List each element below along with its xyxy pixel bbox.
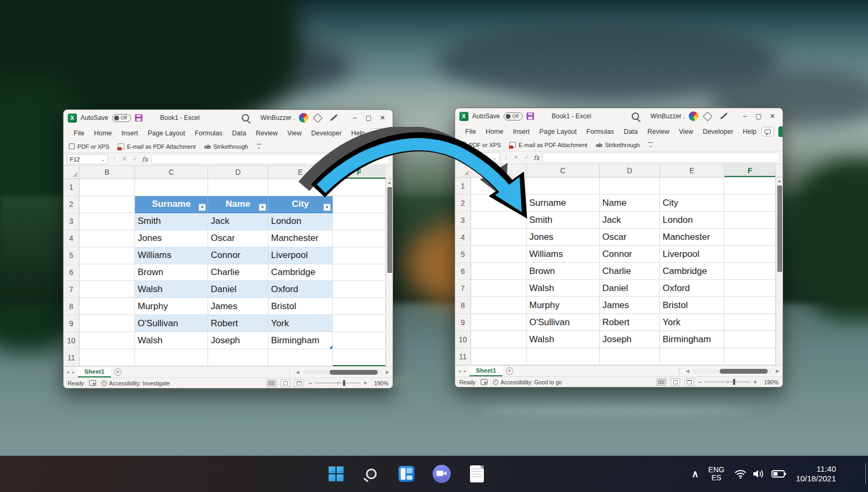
- horizontal-scrollbar[interactable]: [302, 370, 383, 375]
- cell-B11[interactable]: [471, 348, 527, 365]
- battery-icon[interactable]: [771, 469, 786, 479]
- widgets-button[interactable]: [396, 463, 417, 485]
- cell-F11[interactable]: [724, 348, 776, 365]
- ribbon-tab-developer[interactable]: Developer: [698, 126, 738, 137]
- comments-button[interactable]: [761, 127, 774, 136]
- ribbon-tab-home[interactable]: Home: [481, 126, 508, 137]
- cell-D6[interactable]: Charlie: [600, 263, 660, 280]
- cell-C9[interactable]: O'Sullivan: [135, 315, 208, 332]
- zoom-in-button[interactable]: +: [363, 380, 367, 387]
- cell-B11[interactable]: [79, 349, 135, 366]
- sheet-nav-right-icon[interactable]: ▸: [73, 369, 75, 375]
- cell-F6[interactable]: [724, 263, 776, 280]
- ribbon-tab-help[interactable]: Help: [738, 126, 761, 137]
- cell-E10[interactable]: Birmingham: [660, 331, 724, 348]
- cell-B10[interactable]: [471, 331, 527, 348]
- cell-F1[interactable]: [333, 179, 386, 196]
- column-header-E[interactable]: E: [268, 166, 333, 179]
- close-button[interactable]: ✕: [376, 111, 389, 124]
- cell-E11[interactable]: [268, 349, 333, 366]
- enter-icon[interactable]: ✓: [523, 154, 530, 161]
- cell-B9[interactable]: [79, 315, 135, 332]
- cell-F2[interactable]: [333, 196, 386, 213]
- close-button[interactable]: ✕: [766, 110, 779, 123]
- cell-C11[interactable]: [135, 349, 208, 366]
- cell-C7[interactable]: Walsh: [527, 280, 600, 297]
- ribbon-collapse-icon[interactable]: ⌄: [257, 144, 261, 149]
- cell-E1[interactable]: [660, 178, 724, 195]
- strikethrough-button[interactable]: abStrikethrough: [204, 143, 248, 150]
- cell-D3[interactable]: Jack: [600, 212, 660, 229]
- cell-C4[interactable]: Jones: [527, 229, 600, 246]
- formula-input[interactable]: [543, 152, 779, 163]
- cell-F7[interactable]: [333, 281, 386, 298]
- search-icon[interactable]: [632, 112, 639, 120]
- cell-D8[interactable]: James: [600, 297, 660, 314]
- hscroll-left-icon[interactable]: ◀: [686, 368, 689, 374]
- cell-E11[interactable]: [660, 348, 724, 365]
- sheet-nav-left-icon[interactable]: ◂: [458, 368, 461, 374]
- search-icon[interactable]: [242, 114, 249, 122]
- normal-view-button[interactable]: [267, 380, 276, 387]
- insert-function-icon[interactable]: fx: [533, 154, 539, 162]
- page-break-view-button[interactable]: [684, 378, 694, 386]
- row-header-8[interactable]: 8: [455, 297, 471, 314]
- cell-B4[interactable]: [471, 229, 527, 246]
- cell-C2[interactable]: Surname▾: [135, 196, 208, 213]
- cell-D11[interactable]: [208, 349, 268, 366]
- cell-D10[interactable]: Joseph: [600, 331, 660, 348]
- cell-E1[interactable]: [268, 179, 333, 196]
- ribbon-tab-review[interactable]: Review: [251, 128, 282, 139]
- horizontal-scroll-thumb[interactable]: [330, 370, 378, 375]
- cell-E4[interactable]: Manchester: [268, 230, 333, 247]
- cell-B4[interactable]: [79, 230, 135, 247]
- row-header-6[interactable]: 6: [63, 264, 79, 281]
- cell-D4[interactable]: Oscar: [600, 229, 660, 246]
- vertical-scrollbar[interactable]: ▲: [386, 179, 393, 366]
- pdf-or-xps-button[interactable]: PDF or XPS: [69, 143, 109, 150]
- cell-B10[interactable]: [79, 332, 135, 349]
- ribbon-tab-data[interactable]: Data: [227, 128, 251, 139]
- add-sheet-button[interactable]: +: [114, 368, 122, 376]
- cell-F8[interactable]: [333, 298, 386, 315]
- row-header-10[interactable]: 10: [63, 332, 79, 349]
- avatar[interactable]: [689, 111, 698, 121]
- ribbon-tab-insert[interactable]: Insert: [508, 126, 535, 137]
- accessibility-status[interactable]: Accessibility: Investigate: [101, 380, 170, 386]
- column-header-E[interactable]: E: [660, 164, 724, 177]
- row-header-8[interactable]: 8: [63, 298, 79, 315]
- cell-C4[interactable]: Jones: [135, 230, 208, 247]
- row-header-3[interactable]: 3: [455, 212, 471, 229]
- ribbon-tab-data[interactable]: Data: [619, 126, 642, 137]
- account-name[interactable]: WinBuzzer .: [260, 114, 295, 122]
- ribbon-tab-page-layout[interactable]: Page Layout: [535, 126, 582, 137]
- autosave-toggle[interactable]: Off: [504, 112, 523, 120]
- zoom-percentage[interactable]: 190%: [371, 380, 388, 386]
- cell-D1[interactable]: [208, 179, 268, 196]
- ribbon-tab-file[interactable]: File: [460, 126, 481, 137]
- cell-E7[interactable]: Oxford: [268, 281, 333, 298]
- diamond-icon[interactable]: [703, 111, 712, 121]
- cell-B6[interactable]: [79, 264, 135, 281]
- cell-B7[interactable]: [79, 281, 135, 298]
- cell-E2[interactable]: City▾: [268, 196, 333, 213]
- row-header-2[interactable]: 2: [63, 196, 79, 213]
- row-header-5[interactable]: 5: [455, 246, 471, 263]
- row-header-7[interactable]: 7: [455, 280, 471, 297]
- ribbon-tab-view[interactable]: View: [282, 128, 306, 139]
- column-header-C[interactable]: C: [527, 164, 600, 177]
- clock[interactable]: 11:40 10/18/2021: [796, 464, 836, 483]
- ribbon-tab-review[interactable]: Review: [642, 126, 674, 137]
- table-resize-handle[interactable]: [329, 345, 332, 349]
- cell-E7[interactable]: Oxford: [660, 280, 724, 297]
- name-box[interactable]: F12⌄: [67, 154, 108, 164]
- cell-C8[interactable]: Murphy: [527, 297, 600, 314]
- cell-E2[interactable]: City: [660, 195, 724, 212]
- cell-F6[interactable]: [333, 264, 386, 281]
- cell-D4[interactable]: Oscar: [208, 230, 268, 247]
- save-icon[interactable]: [135, 114, 142, 122]
- horizontal-scroll-thumb[interactable]: [720, 369, 768, 374]
- cell-B2[interactable]: [79, 196, 135, 213]
- cell-E8[interactable]: Bristol: [660, 297, 724, 314]
- cell-E8[interactable]: Bristol: [268, 298, 333, 315]
